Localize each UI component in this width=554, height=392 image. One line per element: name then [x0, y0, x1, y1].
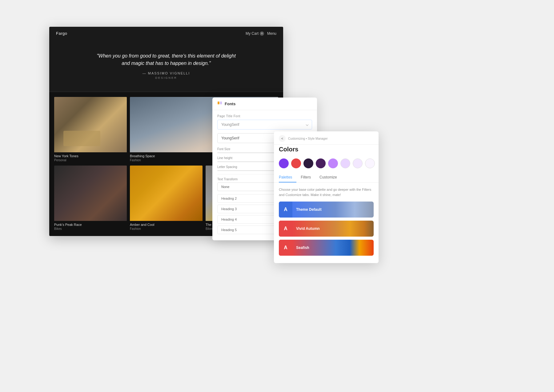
fonts-panel-title: Fonts	[225, 102, 235, 106]
tab-customize[interactable]: Customize	[319, 173, 341, 182]
grid-subtitle-2: Bikes	[54, 227, 127, 230]
cart-badge[interactable]: My Cart 0	[246, 31, 264, 36]
page-title-font-label: Page Title Font	[217, 114, 312, 118]
site-hero: "When you go from good to great, there's…	[49, 40, 283, 92]
site-role: DESIGNER	[55, 76, 277, 79]
swatch-light3[interactable]	[365, 158, 375, 168]
svg-rect-1	[220, 102, 222, 104]
site-quote: "When you go from good to great, there's…	[92, 52, 240, 67]
grid-subtitle-0: Personal	[54, 158, 127, 162]
grid-title-0: New York Tones	[54, 154, 127, 158]
grid-image-3	[130, 166, 203, 221]
colors-description: Choose your base color palette and go de…	[279, 187, 374, 197]
palette-theme-default[interactable]: A Theme Default	[279, 202, 374, 218]
colors-tabs: Palettes Filters Customize	[274, 173, 379, 183]
palette-vivid-autumn[interactable]: A Vivid Autumn	[279, 221, 374, 237]
grid-item-2[interactable]: Punk's Peak Race Bikes	[54, 166, 127, 231]
site-logo: Fargo	[56, 31, 67, 36]
grid-image-2	[54, 166, 127, 221]
colors-breadcrumb: Customizing • Style Manager	[288, 137, 328, 140]
cart-count: 0	[260, 31, 264, 36]
palette-seafish[interactable]: A Seafish	[279, 240, 374, 256]
colors-panel-header: < Customizing • Style Manager	[274, 131, 379, 145]
palette-letter-2: A	[279, 240, 292, 256]
site-author: — MASSIMO VIGNELLI	[55, 71, 277, 75]
grid-item-0[interactable]: New York Tones Personal	[54, 97, 127, 162]
font-selected-value: YoungSerif	[221, 136, 239, 140]
colors-body: Choose your base color palette and go de…	[274, 183, 379, 263]
fonts-panel-header: Fonts	[212, 98, 317, 110]
grid-title-3: Amber and Cool	[130, 223, 203, 226]
swatch-lavender[interactable]	[328, 158, 338, 168]
swatch-light1[interactable]	[340, 158, 350, 168]
site-nav: Fargo My Cart 0 Menu	[49, 27, 283, 40]
back-button[interactable]: <	[279, 135, 286, 142]
swatch-light2[interactable]	[353, 158, 363, 168]
swatch-red[interactable]	[291, 158, 301, 168]
menu-label[interactable]: Menu	[267, 31, 276, 36]
chevron-down-icon	[306, 123, 308, 126]
site-nav-right: My Cart 0 Menu	[246, 31, 276, 36]
page-title-font-value: YoungSerif	[221, 122, 239, 127]
grid-caption-2: Punk's Peak Race Bikes	[54, 221, 127, 231]
color-swatches-row	[274, 157, 379, 173]
fonts-icon	[217, 101, 222, 106]
colors-title: Colors	[274, 145, 379, 157]
colors-panel: < Customizing • Style Manager Colors Pal…	[274, 131, 379, 263]
palette-name-1: Vivid Autumn	[292, 226, 323, 231]
cart-label: My Cart	[246, 31, 259, 36]
scene: Fargo My Cart 0 Menu "When you go from g…	[31, 27, 523, 365]
transform-value: None	[221, 185, 229, 189]
swatch-dark1[interactable]	[303, 158, 313, 168]
palette-name-0: Theme Default	[292, 207, 325, 212]
grid-caption-0: New York Tones Personal	[54, 152, 127, 162]
tab-palettes[interactable]: Palettes	[279, 173, 296, 182]
swatch-dark2[interactable]	[316, 158, 326, 168]
grid-item-3[interactable]: Amber and Cool Fashion	[130, 166, 203, 231]
palette-letter-1: A	[279, 221, 292, 237]
grid-image-0	[54, 97, 127, 152]
swatch-purple[interactable]	[279, 158, 289, 168]
grid-title-2: Punk's Peak Race	[54, 223, 127, 226]
grid-caption-3: Amber and Cool Fashion	[130, 221, 203, 231]
svg-rect-0	[218, 102, 219, 104]
grid-subtitle-3: Fashion	[130, 227, 203, 230]
page-title-font-select[interactable]: YoungSerif	[217, 120, 312, 130]
back-icon: <	[281, 137, 283, 140]
palette-name-2: Seafish	[292, 246, 313, 250]
palette-letter-0: A	[279, 202, 292, 218]
tab-filters[interactable]: Filters	[301, 173, 315, 182]
